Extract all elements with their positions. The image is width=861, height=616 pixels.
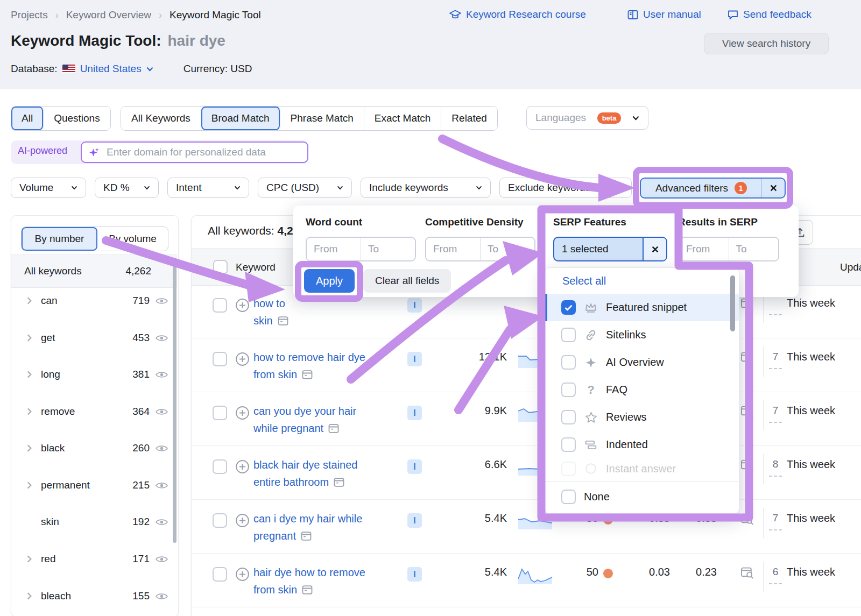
competitive-density-to-input[interactable] <box>480 238 534 260</box>
clear-serp-features-button[interactable] <box>643 238 666 260</box>
exclude-keywords-filter[interactable]: Exclude keywords <box>499 178 632 198</box>
tab-questions[interactable]: Questions <box>44 107 110 130</box>
eye-icon[interactable] <box>156 371 168 379</box>
keyword-link[interactable]: while pregnant <box>253 420 323 437</box>
chevron-right-icon[interactable] <box>27 555 32 563</box>
keyword-link[interactable]: can you dye your hair <box>253 405 356 417</box>
row-checkbox[interactable] <box>213 298 227 313</box>
serp-results-icon[interactable] <box>740 352 754 364</box>
keyword-link[interactable]: how to remove hair dye <box>253 351 365 363</box>
select-all-option[interactable]: Select all <box>545 268 739 294</box>
row-checkbox[interactable] <box>213 352 227 366</box>
sidebar-group-remove[interactable]: remove364 <box>11 393 177 430</box>
results-in-serp-value[interactable]: 6 <box>768 566 783 578</box>
sort-by-number-button[interactable]: By number <box>22 227 97 251</box>
keyword-link[interactable]: from skin <box>253 366 297 383</box>
results-from-input[interactable] <box>679 238 729 260</box>
chevron-right-icon[interactable] <box>27 482 32 489</box>
tab-related[interactable]: Related <box>441 107 497 130</box>
checkbox-icon[interactable] <box>561 383 576 397</box>
keyword-link[interactable]: pregnant <box>253 527 296 544</box>
competitive-density-from-input[interactable] <box>426 238 480 260</box>
chevron-right-icon[interactable] <box>27 297 32 305</box>
eye-icon[interactable] <box>156 408 168 416</box>
volume-filter[interactable]: Volume <box>11 178 86 198</box>
sidebar-group-long[interactable]: long381 <box>11 356 177 393</box>
eye-icon[interactable] <box>156 334 168 342</box>
advanced-filters-button[interactable]: Advanced filters 1 <box>640 178 786 199</box>
serp-results-icon[interactable] <box>740 513 754 526</box>
column-keyword[interactable]: Keyword <box>236 261 276 273</box>
apply-button[interactable]: Apply <box>304 269 355 293</box>
row-checkbox[interactable] <box>213 459 227 474</box>
sidebar-group-can[interactable]: can719 <box>11 282 177 319</box>
tab-broad-match[interactable]: Broad Match <box>201 107 280 130</box>
tab-all[interactable]: All <box>11 107 44 130</box>
checkbox-icon[interactable] <box>561 462 576 476</box>
add-keyword-icon[interactable] <box>235 513 250 528</box>
word-count-from-input[interactable] <box>307 238 361 260</box>
serp-snapshot-icon[interactable] <box>278 316 288 325</box>
clear-all-fields-button[interactable]: Clear all fields <box>363 269 451 293</box>
option-indented[interactable]: Indented <box>545 431 739 458</box>
add-keyword-icon[interactable] <box>235 298 250 313</box>
add-keyword-icon[interactable] <box>235 406 250 420</box>
chevron-right-icon[interactable] <box>27 592 32 600</box>
tab-exact-match[interactable]: Exact Match <box>364 107 442 130</box>
option-none[interactable]: None <box>545 482 739 512</box>
results-to-input[interactable] <box>729 238 779 260</box>
view-search-history-button[interactable]: View search history <box>704 33 829 54</box>
select-all-checkbox[interactable] <box>213 260 228 274</box>
chevron-right-icon[interactable] <box>27 371 32 378</box>
tab-all-keywords[interactable]: All Keywords <box>121 107 201 130</box>
kd-filter[interactable]: KD % <box>95 178 159 198</box>
eye-icon[interactable] <box>156 482 168 490</box>
keyword-link[interactable]: skin <box>253 312 273 329</box>
serp-snapshot-icon[interactable] <box>334 478 344 487</box>
intent-filter[interactable]: Intent <box>167 178 249 198</box>
chevron-down-icon[interactable] <box>146 67 153 72</box>
clear-advanced-filters-button[interactable] <box>761 179 785 197</box>
checkbox-icon[interactable] <box>561 328 576 342</box>
results-in-serp-value[interactable]: 7 <box>768 351 783 363</box>
sidebar-group-permanent[interactable]: permanent215 <box>11 467 177 504</box>
eye-icon[interactable] <box>156 518 168 526</box>
sidebar-group-red[interactable]: red171 <box>11 541 177 577</box>
keyword-research-course-link[interactable]: Keyword Research course <box>449 9 586 20</box>
serp-snapshot-icon[interactable] <box>302 370 313 379</box>
results-in-serp-value[interactable]: 7 <box>768 405 783 416</box>
eye-icon[interactable] <box>156 592 168 600</box>
keyword-link[interactable]: from skin <box>253 581 297 598</box>
option-instant-answer[interactable]: Instant answer <box>545 458 739 479</box>
checkbox-icon[interactable] <box>561 355 576 370</box>
chevron-right-icon[interactable] <box>27 518 32 526</box>
breadcrumb-projects[interactable]: Projects <box>11 9 48 21</box>
row-checkbox[interactable] <box>213 513 227 528</box>
serp-results-icon[interactable] <box>740 298 754 310</box>
eye-icon[interactable] <box>156 555 168 563</box>
row-checkbox[interactable] <box>213 406 227 420</box>
serp-snapshot-icon[interactable] <box>328 424 339 433</box>
chevron-right-icon[interactable] <box>27 408 32 415</box>
include-keywords-filter[interactable]: Include keywords <box>361 178 491 198</box>
keyword-link[interactable]: entire bathroom <box>253 473 329 491</box>
tab-phrase-match[interactable]: Phrase Match <box>280 107 364 130</box>
eye-icon[interactable] <box>156 444 168 452</box>
results-in-serp-value[interactable]: 8 <box>768 458 783 470</box>
chevron-right-icon[interactable] <box>27 334 32 342</box>
database-selector[interactable]: United States <box>80 63 142 75</box>
keyword-link[interactable]: how to <box>253 298 285 309</box>
sort-by-volume-button[interactable]: By volume <box>97 227 168 251</box>
breadcrumb-keyword-overview[interactable]: Keyword Overview <box>66 9 151 21</box>
checkbox-icon[interactable] <box>561 410 576 424</box>
sidebar-group-get[interactable]: get453 <box>11 320 177 356</box>
sidebar-group-black[interactable]: black260 <box>11 430 177 466</box>
keyword-link[interactable]: hair dye how to remove <box>253 567 365 578</box>
serp-features-select[interactable]: 1 selected <box>553 237 667 261</box>
domain-input[interactable] <box>105 142 301 162</box>
serp-snapshot-icon[interactable] <box>301 532 312 541</box>
eye-icon[interactable] <box>156 297 168 305</box>
results-in-serp-value[interactable]: 7 <box>768 512 783 524</box>
serp-results-icon[interactable] <box>740 567 754 579</box>
option-ai-overview[interactable]: AI Overview <box>545 349 739 376</box>
